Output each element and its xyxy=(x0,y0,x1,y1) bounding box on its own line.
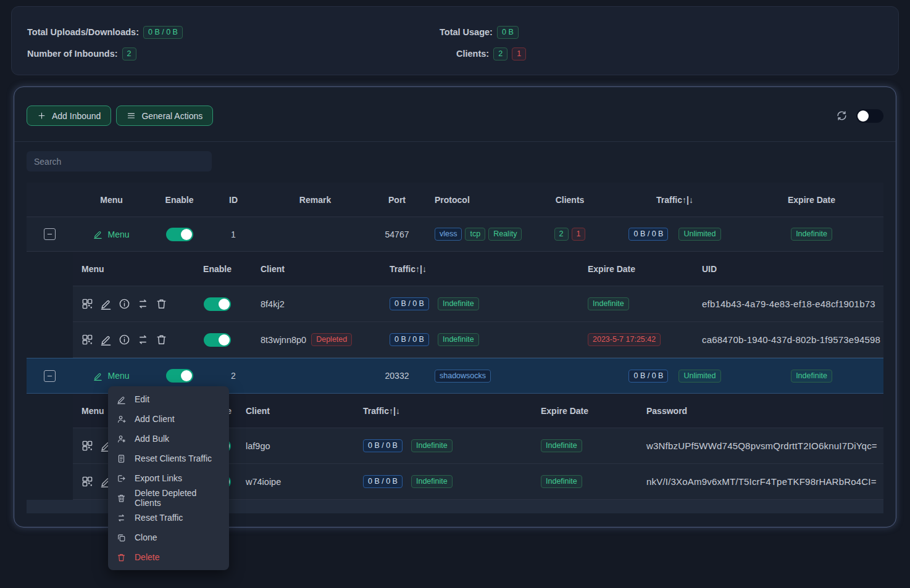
client-enable-toggle[interactable] xyxy=(204,297,231,311)
traffic-badge: 0 B / 0 B xyxy=(390,297,429,310)
edit-pen-icon[interactable] xyxy=(100,298,112,310)
stat-total-uploads-downloads: Total Uploads/Downloads: 0 B / 0 B xyxy=(27,25,440,39)
menu-item-label: Add Client xyxy=(135,414,175,424)
inbound-traffic: 0 B / 0 B Unlimited xyxy=(628,228,720,241)
client-traffic: 0 B / 0 B Indefinite xyxy=(356,439,453,452)
trash-icon[interactable] xyxy=(156,334,167,346)
reset-traffic-icon[interactable] xyxy=(137,334,149,346)
menu-item-reset-clients-traffic[interactable]: Reset Clients Traffic xyxy=(108,449,229,468)
menu-item-add-bulk[interactable]: Add Bulk xyxy=(108,429,229,449)
inbound-menu-label: Menu xyxy=(107,230,129,239)
toggle-knob xyxy=(219,334,230,346)
auto-refresh-toggle[interactable] xyxy=(856,109,883,123)
collapse-row-button[interactable] xyxy=(44,228,56,240)
client-traffic: 0 B / 0 B Indefinite xyxy=(356,297,479,310)
inbound-enable-toggle[interactable] xyxy=(166,228,193,241)
depleted-badge: Depleted xyxy=(311,333,352,346)
header-remark: Remark xyxy=(299,195,331,205)
menu-item-delete[interactable]: Delete xyxy=(108,547,229,567)
sub-header-menu: Menu xyxy=(73,264,104,274)
toggle-knob xyxy=(181,370,192,381)
client-actions xyxy=(73,298,167,310)
qrcode-icon[interactable] xyxy=(81,334,93,346)
inbound-menu-label: Menu xyxy=(107,371,129,381)
total-usage-value: 0 B xyxy=(497,26,519,39)
inbound-protocols: vless tcp Reality xyxy=(422,228,522,241)
add-inbound-button[interactable]: Add Inbound xyxy=(27,106,111,126)
menu-item-add-client[interactable]: Add Client xyxy=(108,409,229,429)
client-expire: Indefinite xyxy=(533,439,582,452)
sub-header-traffic-sort[interactable]: Traffic↑|↓ xyxy=(356,264,427,274)
edit-pen-icon xyxy=(93,230,102,239)
clients-active-badge: 2 xyxy=(554,228,569,241)
trash-lines-icon xyxy=(117,494,126,503)
reset-traffic-icon[interactable] xyxy=(137,298,149,310)
edit-pen-icon[interactable] xyxy=(100,334,112,346)
total-uploads-downloads-value: 0 B / 0 B xyxy=(143,26,183,39)
sub-header-client: Client xyxy=(244,406,270,416)
sub-header-expire: Expire Date xyxy=(533,406,588,416)
sub-header-enable: Enable xyxy=(203,264,232,274)
client-uid: ca68470b-1940-437d-802b-1f9573e94598 xyxy=(695,334,880,345)
client-name: 8f4kj2 xyxy=(244,299,285,309)
info-circle-icon[interactable] xyxy=(119,334,130,346)
general-actions-button[interactable]: General Actions xyxy=(116,106,213,126)
traffic-limit-badge: Indefinite xyxy=(438,297,479,310)
inbound-protocols: shadowsocks xyxy=(422,370,491,383)
menu-item-label: Edit xyxy=(135,394,149,404)
client-traffic: 0 B / 0 B Indefinite xyxy=(356,475,453,488)
qrcode-icon[interactable] xyxy=(81,298,93,310)
expire-badge: Indefinite xyxy=(541,439,582,452)
menu-item-label: Reset Traffic xyxy=(135,513,183,523)
user-star-icon xyxy=(117,434,126,444)
menu-item-export-links[interactable]: Export Links xyxy=(108,468,229,488)
stat-clients: Clients: 2 1 xyxy=(456,47,526,60)
menu-item-label: Reset Clients Traffic xyxy=(135,453,212,463)
qrcode-icon[interactable] xyxy=(81,476,93,487)
expire-date-badge: 2023-5-7 17:25:42 xyxy=(588,333,661,346)
total-uploads-downloads-label: Total Uploads/Downloads: xyxy=(27,27,139,37)
number-of-inbounds-label: Number of Inbounds: xyxy=(27,49,118,59)
qrcode-icon[interactable] xyxy=(81,440,93,452)
inbound-expire: Indefinite xyxy=(791,370,832,383)
inbound-port: 20332 xyxy=(385,371,409,381)
subtable-header-row: Menu Enable Client Traffic↑|↓ Expire Dat… xyxy=(73,252,883,286)
menu-item-delete-depleted-clients[interactable]: Delete Depleted Clients xyxy=(108,488,229,508)
clients-label: Clients: xyxy=(456,49,489,59)
clients-active-badge: 2 xyxy=(493,48,507,60)
search-row xyxy=(14,142,896,183)
sub-header-traffic-sort[interactable]: Traffic↑|↓ xyxy=(356,406,400,416)
table-header-row: Menu Enable ID Remark Port Protocol Clie… xyxy=(27,183,883,217)
client-uid: efb14b43-4a79-4e83-ef18-e48cf1901b73 xyxy=(695,299,875,309)
inbound-enable-toggle[interactable] xyxy=(166,369,193,383)
client-enable-toggle[interactable] xyxy=(204,333,231,347)
protocol-badge: shadowsocks xyxy=(435,370,491,383)
traffic-limit-badge: Unlimited xyxy=(678,228,720,241)
inbound-menu-button[interactable]: Menu xyxy=(93,371,129,381)
client-row: 8t3wjnn8p0 Depleted 0 B / 0 B Indefinite… xyxy=(73,322,883,358)
traffic-badge: 0 B / 0 B xyxy=(628,370,668,383)
swap-arrows-icon xyxy=(117,513,126,523)
header-id: ID xyxy=(229,195,238,205)
refresh-icon[interactable] xyxy=(836,110,848,122)
menu-item-reset-traffic[interactable]: Reset Traffic xyxy=(108,508,229,528)
sub-header-client: Client xyxy=(244,264,285,274)
menu-item-edit[interactable]: Edit xyxy=(108,389,229,409)
traffic-limit-badge: Unlimited xyxy=(678,370,720,383)
inbound-menu-button[interactable]: Menu xyxy=(93,230,129,239)
header-clients: Clients xyxy=(556,195,585,205)
inbound-clients: 2 1 xyxy=(554,228,586,241)
menu-item-clone[interactable]: Clone xyxy=(108,528,229,547)
header-traffic-sort[interactable]: Traffic↑|↓ xyxy=(656,195,693,205)
trash-icon[interactable] xyxy=(156,298,167,310)
header-protocol: Protocol xyxy=(422,195,470,205)
collapse-row-button[interactable] xyxy=(44,370,56,382)
info-circle-icon[interactable] xyxy=(119,298,130,310)
stats-right-column: Total Usage: 0 B Clients: 2 1 xyxy=(440,25,526,75)
client-expire: Indefinite xyxy=(581,297,629,310)
file-icon xyxy=(117,454,126,463)
stat-total-usage: Total Usage: 0 B xyxy=(440,25,526,39)
traffic-limit-badge: Indefinite xyxy=(438,333,479,346)
search-input[interactable] xyxy=(27,151,212,172)
menu-item-label: Export Links xyxy=(135,473,182,483)
